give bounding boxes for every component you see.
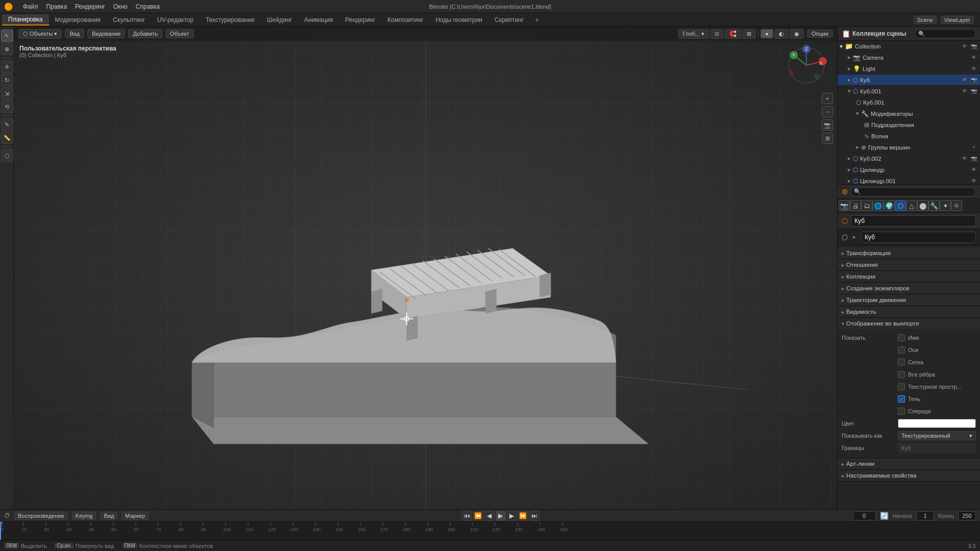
prop-tab-particles[interactable]: ✦	[940, 200, 951, 211]
tool-select[interactable]: ↖	[1, 30, 13, 42]
camera-vis-eye[interactable]: 👁	[970, 54, 978, 62]
jump-end-btn[interactable]: ⏭	[529, 511, 540, 521]
cylinder-vis[interactable]: 👁	[970, 166, 978, 174]
collection-render-camera[interactable]: 📷	[970, 42, 978, 51]
section-relations-header[interactable]: ▸ Отношения	[838, 259, 980, 270]
grid-btn[interactable]: ⊞	[822, 133, 833, 144]
bounds-dropdown[interactable]: Куб	[898, 443, 976, 453]
outliner-item-cylinder[interactable]: ▸ ⬡ Цилиндр 👁	[838, 164, 980, 176]
tool-rotate[interactable]: ↻	[1, 74, 13, 86]
ws-tab-modeling[interactable]: Моделирование	[49, 14, 107, 26]
show-name-checkbox[interactable]	[898, 334, 905, 341]
section-art-lines-header[interactable]: ▸ Арт-линии	[838, 458, 980, 469]
vp-solid-mode[interactable]: ●	[761, 29, 773, 38]
prev-frame-btn[interactable]: ◀	[484, 511, 495, 521]
next-frame-btn[interactable]: ▶	[507, 511, 517, 521]
camera-btn[interactable]: 📷	[822, 119, 833, 131]
prop-tab-render[interactable]: 📷	[839, 200, 850, 211]
marker-btn[interactable]: Маркер	[121, 512, 149, 520]
kub-vis-eye[interactable]: 👁	[961, 76, 969, 84]
menu-window[interactable]: Окно	[109, 2, 132, 11]
vp-object-mode[interactable]: ⬡ Объекты ▾	[18, 29, 62, 39]
navigation-gizmo[interactable]: X Y Z	[786, 45, 827, 86]
ws-tab-animation[interactable]: Анимация	[298, 14, 339, 26]
kub002-vis[interactable]: 👁	[961, 155, 969, 163]
shadow-checkbox[interactable]: ✓	[898, 395, 905, 403]
ws-tab-geometry-nodes[interactable]: Ноды геометрии	[429, 14, 488, 26]
prop-tab-physics[interactable]: ⚛	[951, 200, 962, 211]
vp-render-mode[interactable]: ◉	[790, 29, 804, 39]
outliner-item-wave[interactable]: ∿ Волна	[838, 131, 980, 142]
prop-tab-view-layer[interactable]: 🗂	[861, 200, 872, 211]
outliner-item-cylinder001[interactable]: ▸ ⬡ Цилиндр.001 👁	[838, 176, 980, 185]
ws-tab-layout[interactable]: Планировка	[2, 14, 49, 26]
collection-visibility-eye[interactable]: 👁	[961, 42, 969, 51]
timeline-track[interactable]: 0 0 10 20 30 40 50 60	[0, 522, 980, 540]
kub001-render[interactable]: 📷	[970, 87, 978, 95]
menu-file[interactable]: Файл	[19, 2, 42, 11]
outliner-item-camera[interactable]: ▸ 📷 Camera 👁	[838, 52, 980, 63]
tool-transform[interactable]: ⟲	[1, 101, 13, 113]
tool-move[interactable]: ✛	[1, 61, 13, 73]
options-button[interactable]: Опции	[807, 30, 833, 38]
all-edges-checkbox[interactable]	[898, 371, 905, 378]
texspace-checkbox[interactable]	[898, 383, 905, 390]
view-btn[interactable]: Вид	[100, 512, 117, 520]
prop-tab-object[interactable]: ⬡	[895, 200, 906, 211]
prev-keyframe-btn[interactable]: ⏪	[473, 511, 483, 521]
menu-render[interactable]: Рендеринг	[71, 2, 109, 11]
props-search[interactable]: 🔍	[850, 187, 976, 196]
section-custom-props-header[interactable]: ▸ Настраиваемые свойства	[838, 470, 980, 481]
scene-selector[interactable]: Scene	[914, 16, 937, 24]
vp-snap[interactable]: 🧲	[725, 29, 741, 39]
tool-measure[interactable]: 📏	[1, 132, 13, 144]
vp-global-transform[interactable]: Глоб... ▾	[678, 29, 709, 39]
outliner-item-vgroups[interactable]: ▸ ⊕ Группы вершин +	[838, 142, 980, 153]
outliner-item-light[interactable]: ▸ 💡 Light 👁	[838, 63, 980, 74]
menu-help[interactable]: Справка	[132, 2, 164, 11]
vgroup-add[interactable]: +	[970, 143, 978, 152]
ws-tab-sculpting[interactable]: Скульптинг	[107, 14, 151, 26]
kub002-render[interactable]: 📷	[970, 155, 978, 163]
play-btn[interactable]: ▶	[496, 511, 506, 521]
playback-btn[interactable]: Воспроизведение	[14, 512, 68, 520]
kub001-vis[interactable]: 👁	[961, 87, 969, 95]
section-viewport-display-header[interactable]: ▾ Отображение во вьюпорте	[838, 318, 980, 329]
axes-checkbox[interactable]	[898, 346, 905, 354]
zoom-out-btn[interactable]: −	[822, 106, 833, 117]
outliner-item-kub[interactable]: ▸ ⬡ Куб 👁 📷	[838, 74, 980, 86]
start-frame-input[interactable]	[916, 511, 934, 520]
vp-proportional[interactable]: ⊙	[710, 29, 724, 39]
tool-annotate[interactable]: ✎	[1, 118, 13, 131]
wire-checkbox[interactable]	[898, 359, 905, 366]
viewport[interactable]: ⬡ Объекты ▾ Вид Видование Добавить Объек…	[14, 27, 837, 509]
object-data-name-field[interactable]	[861, 232, 976, 243]
jump-start-btn[interactable]: ⏮	[462, 511, 472, 521]
viewlayer-selector[interactable]: ViewLayer	[941, 16, 974, 24]
infront-checkbox[interactable]	[898, 408, 905, 415]
vp-object[interactable]: Объект	[165, 29, 193, 38]
ws-tab-texture[interactable]: Текстурирование	[200, 14, 261, 26]
vp-view2[interactable]: Видование	[87, 29, 125, 38]
ws-tab-add[interactable]: +	[532, 15, 542, 25]
tool-add-cube[interactable]: ⬡	[1, 149, 13, 162]
keying-btn[interactable]: Keying	[72, 512, 96, 520]
zoom-in-btn[interactable]: +	[822, 93, 833, 104]
next-keyframe-btn[interactable]: ⏩	[518, 511, 528, 521]
prop-tab-world[interactable]: 🌍	[884, 200, 895, 211]
outliner-item-kub002[interactable]: ▸ ⬡ Куб.002 👁 📷	[838, 153, 980, 164]
outliner-item-kub001-data[interactable]: ⬡ Куб.001	[838, 97, 980, 108]
ws-tab-rendering[interactable]: Рендеринг	[339, 14, 381, 26]
prop-tab-mesh[interactable]: △	[906, 200, 917, 211]
scene-canvas[interactable]: X Y Z + − 📷 ⊞	[14, 27, 837, 509]
prop-tab-modifier[interactable]: 🔧	[928, 200, 940, 211]
vp-overlay[interactable]: ⊞	[742, 29, 756, 39]
section-instances-header[interactable]: ▸ Создание экземпляров	[838, 283, 980, 294]
prop-tab-output[interactable]: 🖨	[850, 200, 861, 211]
ws-tab-scripting[interactable]: Скриптинг	[488, 14, 530, 26]
section-visibility-header[interactable]: ▸ Видимость	[838, 306, 980, 317]
tool-scale[interactable]: ⇲	[1, 87, 13, 99]
vp-material-mode[interactable]: ◐	[774, 29, 789, 39]
outliner-item-modifiers[interactable]: ▾ 🔧 Модификаторы	[838, 108, 980, 119]
frame-current-input[interactable]	[853, 511, 876, 520]
